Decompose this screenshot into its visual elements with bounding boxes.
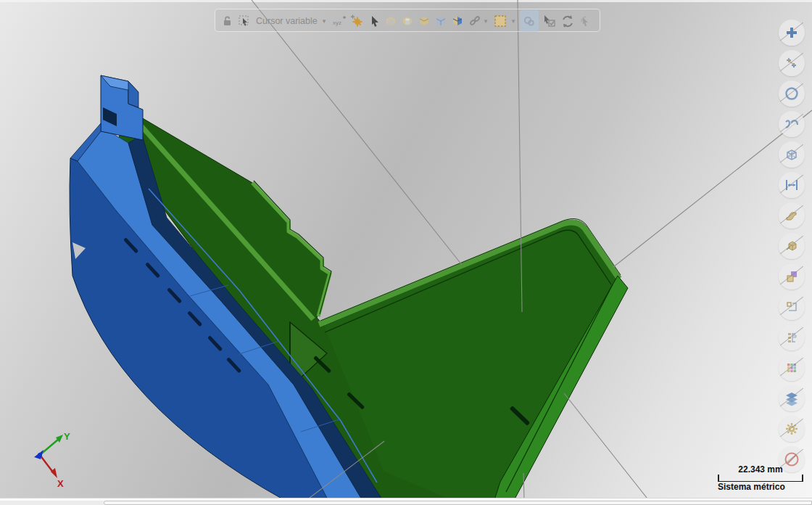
scale-indicator: 22.343 mm Sistema métrico xyxy=(718,464,803,490)
body-split-filter-icon[interactable] xyxy=(450,9,465,33)
swatch-grid-icon[interactable] xyxy=(779,355,805,381)
scale-bar-line xyxy=(718,475,803,482)
selection-box-caret[interactable]: ▾ xyxy=(510,9,517,33)
layers-icon[interactable] xyxy=(779,385,805,411)
plus-icon[interactable] xyxy=(779,20,805,46)
cylinder-filter-icon[interactable] xyxy=(400,9,415,33)
axis-label-y: Y xyxy=(64,431,70,442)
sphere-filter-icon[interactable] xyxy=(384,9,398,33)
cursor-arc-icon[interactable] xyxy=(578,9,594,33)
selection-mode-caret[interactable]: ▾ xyxy=(320,9,328,33)
floating-mini-toolbar: Cursor variable ▾ xyz ▾ ▾ xyxy=(215,9,600,32)
dashed-selection-box-icon[interactable] xyxy=(492,9,508,33)
selection-mode-label[interactable]: Cursor variable xyxy=(256,9,318,33)
gear-icon[interactable] xyxy=(779,416,805,442)
axis-label-x: X xyxy=(57,478,64,489)
link-caret[interactable]: ▾ xyxy=(482,9,489,33)
cad-viewport: { "toolbar": { "selection_label": "Curso… xyxy=(0,0,812,505)
overlap-squares-icon[interactable] xyxy=(779,263,805,290)
axis-triad: Y X xyxy=(34,431,70,489)
solid-filter-icon[interactable] xyxy=(434,9,448,33)
select-cursor-icon[interactable] xyxy=(237,9,252,33)
circle-icon[interactable] xyxy=(779,81,805,107)
horizontal-scrollbar[interactable] xyxy=(0,501,812,505)
rotate-cycle-icon[interactable] xyxy=(559,9,576,33)
horizontal-scrollbar-thumb[interactable] xyxy=(104,501,812,505)
structure-list-icon[interactable] xyxy=(779,324,805,350)
dimension-icon[interactable] xyxy=(779,172,805,198)
spline-icon[interactable] xyxy=(779,111,805,137)
ribbon-icon[interactable] xyxy=(779,202,805,229)
snap-points-icon[interactable] xyxy=(779,50,805,76)
cursor-icon[interactable] xyxy=(368,9,382,33)
face-filter-icon[interactable] xyxy=(417,9,431,33)
svg-text:xyz: xyz xyxy=(333,20,341,26)
box-icon[interactable] xyxy=(779,141,805,168)
cursor-check-icon[interactable] xyxy=(542,9,558,33)
model-viewport[interactable]: Y X xyxy=(0,0,812,505)
scale-value: 22.343 mm xyxy=(718,464,803,475)
corner-frame-icon[interactable] xyxy=(779,294,805,320)
paired-circles-icon[interactable] xyxy=(522,9,536,33)
unit-system-label: Sistema métrico xyxy=(718,482,803,492)
gear-plus-icon[interactable] xyxy=(349,9,365,33)
link-icon[interactable] xyxy=(468,9,482,33)
cube-icon[interactable] xyxy=(779,233,805,259)
lock-icon[interactable] xyxy=(221,9,234,33)
xyz-plus-icon[interactable]: xyz xyxy=(331,9,349,33)
